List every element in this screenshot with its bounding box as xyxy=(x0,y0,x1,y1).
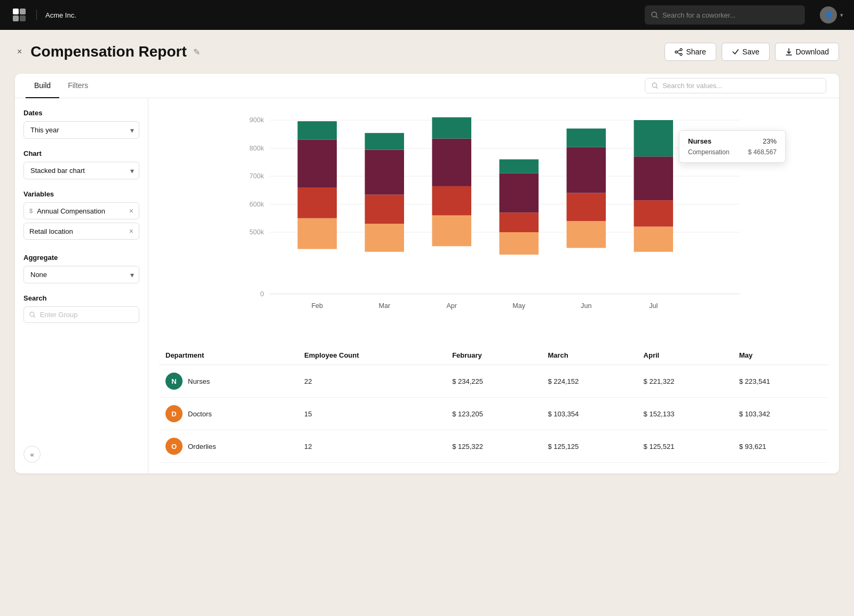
svg-text:Mar: Mar xyxy=(378,302,390,310)
svg-rect-40 xyxy=(432,186,472,216)
variable-retail-location: Retail location × xyxy=(23,223,139,240)
svg-rect-32 xyxy=(298,121,337,140)
svg-rect-51 xyxy=(567,147,606,193)
svg-rect-34 xyxy=(365,224,405,252)
col-may: May xyxy=(733,346,828,365)
share-button[interactable]: Share xyxy=(665,43,716,61)
svg-text:May: May xyxy=(512,302,525,310)
dept-cell: N Nurses xyxy=(159,365,298,398)
svg-rect-56 xyxy=(634,156,674,200)
report-body: Dates This year Last year Last 6 months … xyxy=(15,98,839,473)
mar-value: $ 125,125 xyxy=(541,430,637,463)
values-search[interactable] xyxy=(645,78,826,93)
svg-rect-50 xyxy=(567,193,606,222)
svg-rect-41 xyxy=(432,139,472,186)
chart-label: Chart xyxy=(23,149,139,157)
data-table: Department Employee Count February March… xyxy=(159,346,828,463)
avatar-chevron: ▾ xyxy=(840,12,843,19)
header-actions: Share Save Download xyxy=(665,43,839,61)
coworker-search-input[interactable] xyxy=(662,11,798,19)
nav-divider xyxy=(36,10,37,20)
svg-line-9 xyxy=(677,50,680,52)
group-search-icon xyxy=(29,311,36,318)
tooltip-title: Nurses 23% xyxy=(688,137,777,145)
employee-count: 15 xyxy=(298,398,446,430)
top-navigation: Acme Inc. 👤 ▾ xyxy=(0,0,854,30)
svg-text:700k: 700k xyxy=(249,172,264,180)
svg-rect-52 xyxy=(567,129,606,147)
may-value: $ 103,342 xyxy=(733,398,828,430)
svg-rect-37 xyxy=(365,133,405,150)
save-icon xyxy=(732,48,739,56)
svg-point-8 xyxy=(675,51,677,53)
employee-count: 22 xyxy=(298,365,446,398)
var1-remove-button[interactable]: × xyxy=(129,207,133,215)
edit-icon[interactable]: ✎ xyxy=(193,47,200,57)
svg-point-7 xyxy=(680,53,682,56)
download-button[interactable]: Download xyxy=(775,43,839,61)
svg-rect-44 xyxy=(500,232,539,255)
svg-text:Jul: Jul xyxy=(649,302,658,310)
tab-build[interactable]: Build xyxy=(26,74,59,98)
col-department: Department xyxy=(159,346,298,365)
search-label: Search xyxy=(23,294,139,302)
save-label: Save xyxy=(742,48,760,56)
svg-rect-1 xyxy=(20,9,26,14)
svg-rect-47 xyxy=(500,160,539,173)
table-row: O Orderlies 12 $ 125,322 $ 125,125 $ 125… xyxy=(159,430,828,463)
apr-value: $ 125,521 xyxy=(637,430,733,463)
svg-rect-29 xyxy=(298,218,337,249)
svg-text:Apr: Apr xyxy=(446,302,457,310)
chart-table-area: 900k 800k 700k 600k 500k 0 Feb xyxy=(148,98,839,473)
rippling-logo xyxy=(11,6,28,23)
employee-count: 12 xyxy=(298,430,446,463)
avatar: 👤 xyxy=(820,6,837,23)
may-value: $ 223,541 xyxy=(733,365,828,398)
mar-value: $ 224,152 xyxy=(541,365,637,398)
var1-label: Annual Compensation xyxy=(37,207,125,215)
download-icon xyxy=(785,48,793,56)
coworker-search[interactable] xyxy=(645,5,805,25)
dollar-icon: $ xyxy=(29,208,33,214)
share-label: Share xyxy=(686,48,706,56)
apr-value: $ 221,322 xyxy=(637,365,733,398)
collapse-sidebar-button[interactable]: « xyxy=(23,446,41,463)
dates-label: Dates xyxy=(23,109,139,117)
aggregate-select[interactable]: None Sum Average xyxy=(23,266,139,283)
aggregate-select-wrap: None Sum Average ▾ xyxy=(23,266,139,283)
group-search-input[interactable] xyxy=(40,311,133,319)
feb-value: $ 125,322 xyxy=(446,430,541,463)
download-label: Download xyxy=(796,48,829,56)
company-name: Acme Inc. xyxy=(45,11,76,19)
svg-line-10 xyxy=(677,52,680,54)
svg-rect-30 xyxy=(298,187,337,218)
content-area: Build Filters Dates This year xyxy=(15,74,839,473)
dept-name: Nurses xyxy=(188,377,210,385)
tab-filters[interactable]: Filters xyxy=(59,74,97,98)
close-button[interactable]: × xyxy=(15,45,24,59)
may-value: $ 93,621 xyxy=(733,430,828,463)
dates-select[interactable]: This year Last year Last 6 months xyxy=(23,121,139,139)
svg-text:0: 0 xyxy=(260,290,264,298)
values-search-input[interactable] xyxy=(662,82,819,90)
svg-rect-35 xyxy=(365,195,405,224)
svg-rect-36 xyxy=(365,150,405,195)
svg-rect-39 xyxy=(432,216,472,247)
var2-remove-button[interactable]: × xyxy=(129,227,133,235)
user-avatar-wrap[interactable]: 👤 ▾ xyxy=(820,6,843,23)
svg-rect-45 xyxy=(500,212,539,232)
svg-text:900k: 900k xyxy=(249,116,264,124)
tabs-row: Build Filters xyxy=(15,74,839,98)
col-employee-count: Employee Count xyxy=(298,346,446,365)
variable-annual-comp: $ Annual Compensation × xyxy=(23,202,139,219)
dept-cell: D Doctors xyxy=(159,398,298,430)
chart-select[interactable]: Stacked bar chart Bar chart Line chart xyxy=(23,162,139,179)
main-content: × Compensation Report ✎ Share Save xyxy=(0,30,854,616)
tooltip-metric-row: Compensation $ 468,567 xyxy=(688,148,777,156)
col-march: March xyxy=(541,346,637,365)
apr-value: $ 152,133 xyxy=(637,398,733,430)
save-button[interactable]: Save xyxy=(722,43,770,61)
dept-avatar: O xyxy=(165,438,183,455)
search-section: Search xyxy=(23,294,139,323)
svg-rect-46 xyxy=(500,173,539,213)
